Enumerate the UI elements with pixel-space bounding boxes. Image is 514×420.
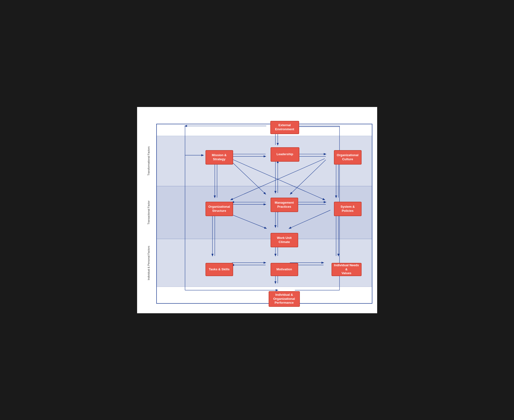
box-tasks: Tasks & Skills: [206, 263, 233, 276]
label-individual: Individual & Personal Factors: [142, 239, 155, 287]
label-transformational: Transformational Factors: [142, 136, 155, 186]
box-org-structure: OrganizationalStructure: [206, 202, 233, 216]
box-org-culture: OrganizationalCulture: [334, 150, 361, 165]
box-motivation: Motivation: [271, 263, 298, 276]
box-management: ManagementPractices: [271, 198, 298, 212]
label-transactional: Transactional Factor: [142, 186, 155, 239]
box-leadership: Leadership: [271, 147, 299, 162]
main-canvas: Transformational Factors Transactional F…: [137, 107, 377, 313]
box-work-unit: Work UnitClimate: [271, 233, 298, 247]
diagram-container: Transformational Factors Transactional F…: [142, 112, 372, 308]
box-individual-needs: Individual Needs &Values: [331, 263, 361, 276]
box-performance: Individual &OrganizationalPerformance: [269, 291, 300, 307]
box-mission: Mission &Strategy: [206, 150, 233, 165]
box-systems: System &Policies: [334, 202, 361, 216]
box-external: ExternalEnvironment: [270, 121, 299, 134]
